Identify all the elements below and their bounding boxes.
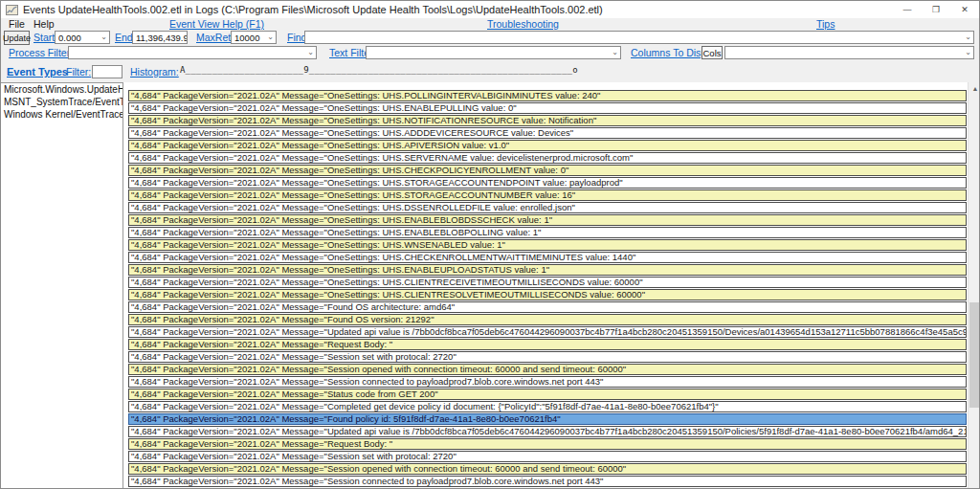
table-row[interactable]: "4,684" PackageVersion="2021.02A" Messag… [128,252,967,263]
window-controls: — ❐ ✕ [893,1,979,18]
table-row[interactable]: "4,684" PackageVersion="2021.02A" Messag… [128,227,967,238]
table-row[interactable]: "4,684" PackageVersion="2021.02A" Messag… [128,476,967,487]
menu-bar: File Help Event View Help (F1) Troublesh… [1,18,979,30]
event-types-filter-input[interactable] [92,65,122,78]
scroll-up-icon[interactable]: ▲ [969,85,980,92]
event-rows: "4,684" PackageVersion="2021.02A" Messag… [128,82,967,489]
table-row[interactable]: "4,684" PackageVersion="2021.02A" Messag… [128,90,967,101]
event-types-header[interactable]: Event Types [7,66,68,78]
table-row[interactable]: "4,684" PackageVersion="2021.02A" Messag… [128,127,967,139]
update-button[interactable]: Update [4,31,30,45]
table-row[interactable]: "4,684" PackageVersion="2021.02A" Messag… [128,463,967,475]
table-row[interactable]: "4,684" PackageVersion="2021.02A" Messag… [128,413,967,425]
process-filter-combobox[interactable]: ⌄ [68,46,317,59]
table-row[interactable]: "4,684" PackageVersion="2021.02A" Messag… [128,152,967,164]
event-view-help-link[interactable]: Event View Help (F1) [169,18,264,30]
tips-link[interactable]: Tips [816,18,835,30]
close-icon[interactable]: ✕ [950,1,979,18]
maxret-label[interactable]: MaxRet: [196,32,234,43]
columns-combobox[interactable]: ⌄ [724,46,974,59]
app-window: Events UpdateHealthTools.002.etl in Logs… [0,0,980,489]
app-chart-icon [6,5,18,15]
table-row[interactable]: "4,684" PackageVersion="2021.02A" Messag… [128,140,967,151]
table-row[interactable]: "4,684" PackageVersion="2021.02A" Messag… [128,326,967,338]
chevron-down-icon[interactable]: ⌄ [965,49,973,56]
menu-file[interactable]: File [9,18,25,30]
header-bar: Event Types Filter: Histogram: A________… [1,61,979,82]
scrollbar-thumb[interactable] [969,302,980,408]
table-row[interactable]: "4,684" PackageVersion="2021.02A" Messag… [128,451,967,462]
table-row[interactable]: "4,684" PackageVersion="2021.02A" Messag… [128,189,967,201]
text-filter-combobox[interactable]: ⌄ [366,46,621,59]
chevron-down-icon[interactable]: ⌄ [612,49,620,56]
vertical-scrollbar[interactable]: ▲ [968,82,980,489]
toolbar: Update Start: 0.000 ⌄ End: 11,396,439.9 … [1,30,979,46]
table-row[interactable]: "4,684" PackageVersion="2021.02A" Messag… [128,102,967,114]
table-row[interactable]: "4,684" PackageVersion="2021.02A" Messag… [128,165,967,176]
table-row[interactable]: "4,684" PackageVersion="2021.02A" Messag… [128,438,967,450]
window-title: Events UpdateHealthTools.002.etl in Logs… [23,4,603,15]
table-row[interactable]: "4,684" PackageVersion="2021.02A" Messag… [128,376,967,388]
table-row[interactable]: "4,684" PackageVersion="2021.02A" Messag… [128,314,967,325]
table-row[interactable]: "4,684" PackageVersion="2021.02A" Messag… [128,351,967,363]
table-row[interactable]: "4,684" PackageVersion="2021.02A" Messag… [128,289,967,300]
table-row[interactable]: "4,684" PackageVersion="2021.02A" Messag… [128,115,967,126]
title-bar: Events UpdateHealthTools.002.etl in Logs… [1,1,979,18]
chevron-down-icon[interactable]: ⌄ [965,33,973,41]
maxret-combobox[interactable]: 10000 ⌄ [231,31,277,44]
end-value: 11,396,439.9 [133,33,188,43]
table-row[interactable]: "4,684" PackageVersion="2021.02A" Messag… [128,301,967,313]
table-row[interactable]: "4,684" PackageVersion="2021.02A" Messag… [128,177,967,189]
chevron-down-icon[interactable]: ⌄ [267,33,276,41]
table-row[interactable]: "4,684" PackageVersion="2021.02A" Messag… [128,214,967,226]
list-item[interactable]: Windows Kernel/EventTrace [1,108,122,121]
event-types-filter-label[interactable]: Filter: [66,66,91,78]
table-row[interactable]: "4,684" PackageVersion="2021.02A" Messag… [128,426,967,437]
minimize-icon[interactable]: — [893,1,922,18]
table-row[interactable]: "4,684" PackageVersion="2021.02A" Messag… [128,389,967,400]
find-input[interactable]: ⌄ [304,31,974,44]
restore-icon[interactable]: ❐ [922,1,950,18]
event-types-list: Microsoft.Windows.UpdateHealthMSNT_Syste… [1,82,123,489]
troubleshooting-link[interactable]: Troubleshooting [487,18,559,30]
list-item[interactable]: MSNT_SystemTrace/EventTrace/Pa [1,96,122,108]
histogram-text: A______________________9________________… [180,65,578,75]
list-item[interactable]: Microsoft.Windows.UpdateHealth [1,83,122,96]
end-combobox[interactable]: 11,396,439.9 ⌄ [132,31,188,44]
start-combobox[interactable]: 0.000 ⌄ [55,31,110,44]
chevron-down-icon[interactable]: ⌄ [307,49,316,56]
table-row[interactable]: "4,684" PackageVersion="2021.02A" Messag… [128,264,967,276]
table-row[interactable]: "4,684" PackageVersion="2021.02A" Messag… [128,277,967,288]
table-row[interactable]: "4,684" PackageVersion="2021.02A" Messag… [128,339,967,350]
maxret-value: 10000 [232,33,267,43]
chevron-down-icon[interactable]: ⌄ [100,33,109,41]
process-filter-label[interactable]: Process Filter: [9,47,73,58]
content-area: Microsoft.Windows.UpdateHealthMSNT_Syste… [1,82,980,489]
histogram-label[interactable]: Histogram: [130,66,179,78]
cols-button[interactable]: Cols [702,46,723,59]
start-value: 0.000 [56,33,100,43]
table-row[interactable]: "4,684" PackageVersion="2021.02A" Messag… [128,401,967,412]
filter-bar: Process Filter: ⌄ Text Filter: ⌄ Columns… [1,46,979,61]
table-row[interactable]: "4,684" PackageVersion="2021.02A" Messag… [128,202,967,213]
menu-help[interactable]: Help [33,18,55,30]
table-row[interactable]: "4,684" PackageVersion="2021.02A" Messag… [128,364,967,375]
table-row[interactable]: "4,684" PackageVersion="2021.02A" Messag… [128,239,967,251]
